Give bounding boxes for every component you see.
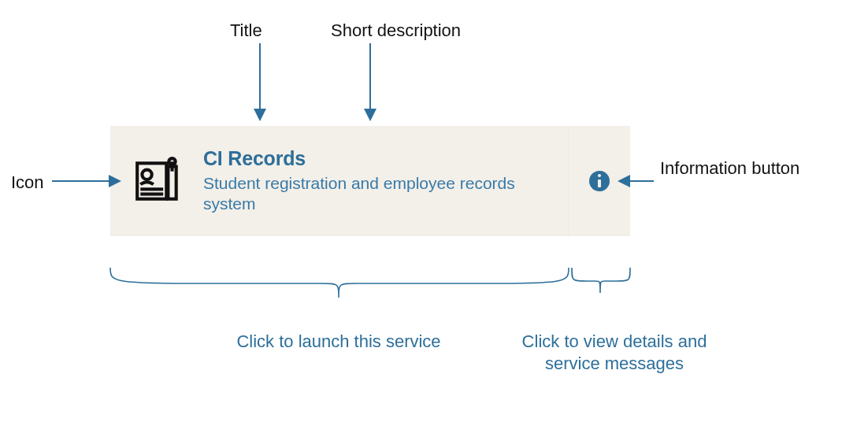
service-title: CI Records	[203, 148, 551, 170]
annotation-short-description: Short description	[331, 20, 461, 42]
annotation-info-button-label: Information button	[660, 157, 841, 180]
info-button[interactable]	[568, 126, 630, 236]
annotation-title: Title	[230, 20, 262, 42]
annotation-icon-label: Icon	[11, 172, 44, 194]
service-description: Student registration and employee record…	[203, 173, 551, 215]
caption-launch: Click to launch this service	[228, 331, 449, 353]
service-card-text: CI Records Student registration and empl…	[203, 148, 551, 214]
info-icon	[589, 171, 610, 191]
records-icon	[131, 154, 186, 209]
caption-details: Click to view details and service messag…	[504, 331, 725, 374]
svg-point-1	[142, 170, 151, 180]
service-card: CI Records Student registration and empl…	[110, 126, 630, 236]
service-card-launch-area[interactable]: CI Records Student registration and empl…	[110, 126, 568, 236]
